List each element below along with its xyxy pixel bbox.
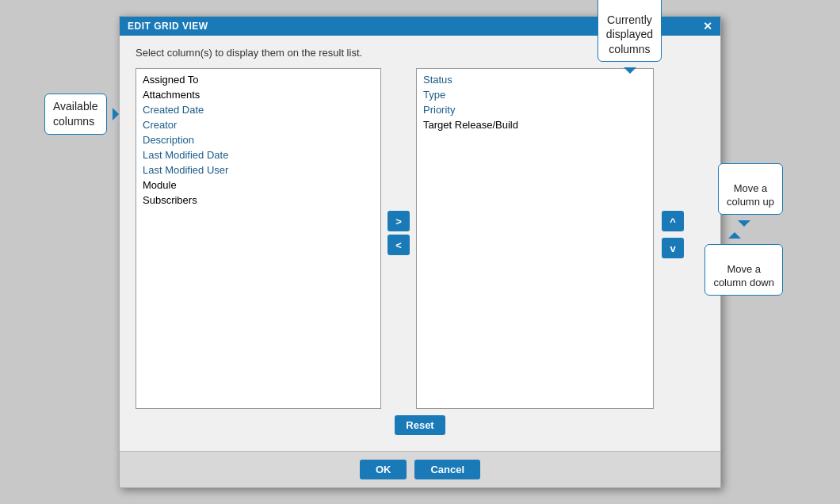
list-item[interactable]: Last Modified User (136, 162, 380, 178)
dialog-titlebar: EDIT GRID VIEW ✕ (120, 17, 720, 36)
list-item[interactable]: Assigned To (136, 72, 380, 87)
list-item[interactable]: Description (136, 132, 380, 147)
close-button[interactable]: ✕ (703, 21, 712, 32)
available-columns-list[interactable]: Assigned To Attachments Created Date Cre… (136, 68, 381, 409)
list-item[interactable]: Module (136, 178, 380, 193)
displayed-columns-container: Currently displayed columns Status Type … (416, 68, 654, 409)
instruction-text: Select column(s) to display them on the … (136, 47, 704, 59)
transfer-buttons: > Add a column < Hide a column (381, 211, 416, 255)
hide-column-button[interactable]: < (388, 235, 410, 255)
dialog-footer: OK Cancel (120, 451, 720, 487)
cancel-button[interactable]: Cancel (414, 460, 480, 479)
list-item[interactable]: Priority (417, 102, 653, 117)
list-item[interactable]: Type (417, 87, 653, 102)
list-item[interactable]: Last Modified Date (136, 147, 380, 162)
move-down-callout: Move a column down (704, 244, 783, 296)
add-column-button[interactable]: > (388, 211, 410, 231)
list-item[interactable]: Creator (136, 117, 380, 132)
list-item[interactable]: Attachments (136, 87, 380, 102)
move-up-callout: Move a column up (718, 163, 783, 215)
ok-button[interactable]: OK (360, 460, 407, 479)
move-buttons: ^ Move a column up v Move a column down (662, 211, 684, 258)
available-columns-container: Available columns Assigned To Attachment… (136, 68, 381, 409)
displayed-columns-list[interactable]: Status Type Priority Target Release/Buil… (416, 68, 654, 409)
list-item[interactable]: Created Date (136, 102, 380, 117)
list-item[interactable]: Target Release/Build (417, 117, 653, 132)
dialog-title: EDIT GRID VIEW (128, 21, 208, 32)
move-up-button[interactable]: ^ (662, 211, 684, 231)
move-down-button[interactable]: v (662, 238, 684, 258)
available-columns-callout: Available columns (44, 94, 107, 135)
reset-row: Reset (136, 409, 704, 440)
dialog-body: Select column(s) to display them on the … (120, 36, 720, 451)
list-item[interactable]: Status (417, 72, 653, 87)
list-item[interactable]: Subscribers (136, 193, 380, 208)
reset-button[interactable]: Reset (395, 415, 445, 435)
edit-grid-view-dialog: EDIT GRID VIEW ✕ Select column(s) to dis… (119, 16, 721, 488)
